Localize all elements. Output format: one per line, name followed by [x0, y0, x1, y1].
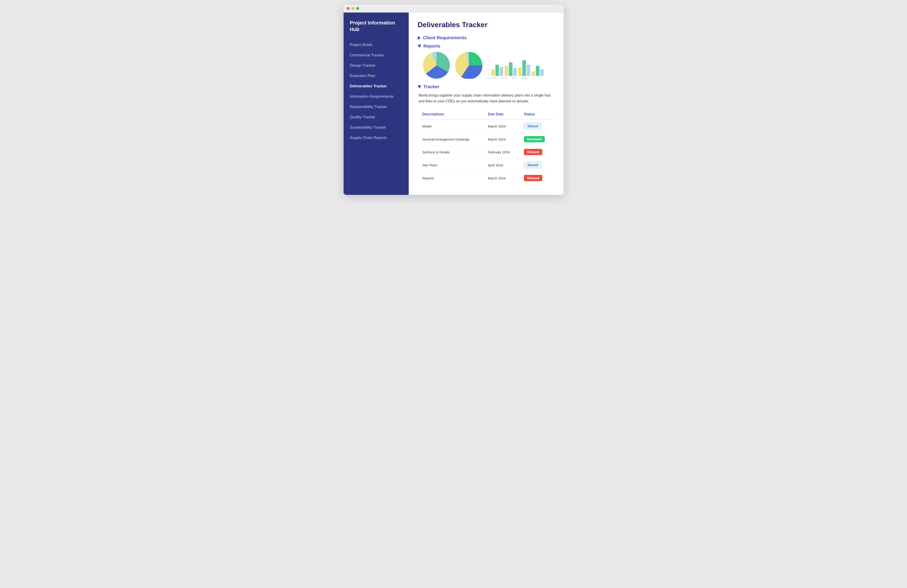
cell-description: Reports	[418, 172, 484, 184]
charts-row: 50 40 30 20 10 0	[418, 52, 554, 79]
col-header-due-date: Due Date	[484, 109, 520, 120]
col-header-status: Status	[519, 109, 554, 120]
tracker-description: Morta brings together your supply chain …	[418, 93, 554, 104]
sidebar-item-commercial-tracker[interactable]: Commercial Tracker	[350, 50, 402, 60]
tracker-title: Tracker	[423, 84, 439, 89]
minimize-dot[interactable]	[351, 7, 354, 10]
reports-header[interactable]: Reports	[418, 43, 554, 49]
app-body: Project Information Hub Project BriefsCo…	[344, 13, 564, 195]
bar-label-3: Item 3	[510, 77, 518, 79]
cell-description: Sections & Details	[418, 146, 484, 159]
table-row: Site PlansApril 2024Shared	[418, 159, 554, 172]
bar-label-2: Item 2	[501, 77, 509, 79]
bar-label-1: Item 1	[491, 77, 499, 79]
cell-status: Reviewed	[519, 133, 554, 146]
cell-due-date: March 2024	[484, 172, 520, 184]
sidebar-item-information-requirements[interactable]: Information Requirements	[350, 91, 402, 102]
bar-label-4: Item 4	[520, 77, 528, 79]
sidebar-item-supply-chain-reports[interactable]: Supply Chain Reports	[350, 133, 402, 143]
expand-icon-client	[418, 36, 421, 40]
sidebar-item-quality-tracker[interactable]: Quality Tracker	[350, 112, 402, 122]
table-row: Sections & DetailsFebruary 2024Delayed	[418, 146, 554, 159]
table-row: ModelMarch 2024Shared	[418, 120, 554, 133]
status-badge: Reviewed	[524, 136, 545, 143]
sidebar-item-deliverables-tracker[interactable]: Deliverables Tracker	[350, 81, 402, 91]
cell-status: Shared	[519, 159, 554, 172]
sidebar-item-design-tracker[interactable]: Design Tracker	[350, 60, 402, 71]
bar-labels: Item 1 Item 2 Item 3 Item 4	[491, 77, 544, 79]
sidebar-title: Project Information Hub	[350, 20, 402, 32]
bar-group-3	[518, 60, 530, 76]
tracker-header[interactable]: Tracker	[418, 84, 554, 89]
close-dot[interactable]	[347, 7, 349, 10]
maximize-dot[interactable]	[356, 7, 359, 10]
bar-group-1	[491, 65, 503, 76]
bar-groups	[491, 53, 544, 76]
bar-group-4	[532, 66, 544, 76]
client-requirements-title: Client Requirements	[423, 35, 466, 40]
cell-description: Site Plans	[418, 159, 484, 172]
sidebar-item-sustainability-tracker[interactable]: Sustainability Tracker	[350, 122, 402, 133]
status-badge: Delayed	[524, 175, 542, 181]
bar-group-2	[505, 62, 517, 76]
status-badge: Shared	[524, 162, 541, 168]
expand-icon-tracker	[418, 85, 421, 88]
sidebar-item-execution-plan[interactable]: Execution Plan	[350, 71, 402, 81]
bar-chart: 50 40 30 20 10 0	[488, 53, 544, 79]
titlebar	[344, 5, 564, 13]
app-window: Project Information Hub Project BriefsCo…	[344, 5, 564, 195]
cell-description: Model	[418, 120, 484, 133]
cell-status: Shared	[519, 120, 554, 133]
cell-due-date: February 2024	[484, 146, 520, 159]
sidebar-item-project-briefs[interactable]: Project Briefs	[350, 40, 402, 50]
cell-description: General Arrangement Drawings	[418, 133, 484, 146]
status-badge: Shared	[524, 123, 541, 130]
table-row: General Arrangement DrawingsMarch 2024Re…	[418, 133, 554, 146]
pie-chart-2	[455, 52, 482, 79]
cell-status: Delayed	[519, 146, 554, 159]
expand-icon-reports	[418, 45, 421, 48]
reports-title: Reports	[423, 43, 441, 49]
pie-chart-1	[423, 52, 450, 79]
sidebar: Project Information Hub Project BriefsCo…	[344, 13, 409, 195]
client-requirements-header[interactable]: Client Requirements	[418, 35, 554, 40]
table-row: ReportsMarch 2024Delayed	[418, 172, 554, 184]
cell-due-date: April 2024	[484, 159, 520, 172]
main-content: Deliverables Tracker Client Requirements…	[409, 13, 564, 195]
sidebar-item-responsibility-tracker[interactable]: Responsibility Tracker	[350, 102, 402, 112]
cell-due-date: March 2024	[484, 120, 520, 133]
cell-due-date: March 2024	[484, 133, 520, 146]
page-title: Deliverables Tracker	[418, 21, 554, 29]
col-header-descriptions: Descriptions	[418, 109, 484, 120]
y-axis: 50 40 30 20 10 0	[488, 56, 490, 79]
cell-status: Delayed	[519, 172, 554, 184]
status-badge: Delayed	[524, 149, 542, 155]
tracker-table: Descriptions Due Date Status ModelMarch …	[418, 109, 554, 184]
